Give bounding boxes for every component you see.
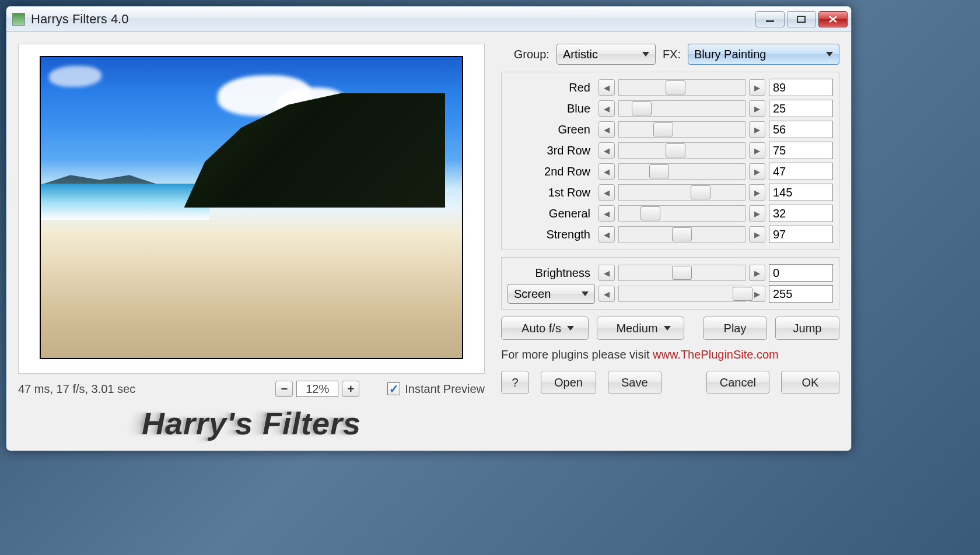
status-row: 47 ms, 17 f/s, 3.01 sec − 12% + ✓ Instan… bbox=[18, 381, 485, 397]
minimize-button[interactable] bbox=[755, 11, 785, 27]
preview-image[interactable] bbox=[40, 56, 463, 359]
param-slider[interactable] bbox=[618, 121, 746, 138]
param-label: Green bbox=[508, 123, 595, 136]
slider-left-button[interactable]: ◂ bbox=[598, 265, 615, 281]
slider-thumb[interactable] bbox=[733, 287, 752, 301]
brightness-slider[interactable] bbox=[618, 265, 746, 281]
param-row: Strength◂▸97 bbox=[508, 224, 833, 245]
zoom-in-button[interactable]: + bbox=[342, 381, 359, 397]
param-value[interactable]: 56 bbox=[769, 121, 833, 138]
maximize-button[interactable] bbox=[787, 11, 816, 27]
blend-mode-dropdown[interactable]: Screen bbox=[508, 284, 595, 304]
group-dropdown[interactable]: Artistic bbox=[556, 44, 656, 65]
slider-right-button[interactable]: ▸ bbox=[749, 226, 765, 243]
slider-thumb[interactable] bbox=[672, 266, 692, 280]
client-area: 47 ms, 17 f/s, 3.01 sec − 12% + ✓ Instan… bbox=[6, 32, 851, 451]
slider-right-button[interactable]: ▸ bbox=[749, 121, 765, 138]
close-icon bbox=[828, 15, 838, 23]
slider-left-button[interactable]: ◂ bbox=[598, 121, 615, 138]
param-slider[interactable] bbox=[618, 205, 746, 222]
param-label: Blue bbox=[508, 102, 595, 115]
cancel-button[interactable]: Cancel bbox=[706, 371, 769, 394]
blend-row: Screen ◂ ▸ 255 bbox=[508, 283, 833, 304]
ok-button[interactable]: OK bbox=[781, 371, 839, 394]
param-slider[interactable] bbox=[618, 226, 746, 243]
help-button[interactable]: ? bbox=[501, 371, 529, 394]
slider-left-button[interactable]: ◂ bbox=[598, 205, 615, 222]
footer-buttons: ? Open Save Cancel OK bbox=[501, 371, 839, 394]
parameters-group: Red◂▸89Blue◂▸25Green◂▸563rd Row◂▸752nd R… bbox=[501, 72, 839, 250]
slider-left-button[interactable]: ◂ bbox=[598, 100, 615, 117]
param-slider[interactable] bbox=[618, 142, 746, 159]
fx-value: Blury Painting bbox=[694, 48, 766, 61]
param-slider[interactable] bbox=[618, 100, 746, 117]
save-button[interactable]: Save bbox=[608, 371, 662, 394]
brightness-label: Brightness bbox=[508, 266, 595, 280]
zoom-value[interactable]: 12% bbox=[296, 381, 338, 397]
play-button[interactable]: Play bbox=[703, 317, 767, 340]
slider-thumb[interactable] bbox=[632, 101, 652, 115]
param-row: General◂▸32 bbox=[508, 203, 833, 224]
slider-right-button[interactable]: ▸ bbox=[749, 100, 765, 117]
param-value[interactable]: 145 bbox=[769, 184, 833, 201]
slider-left-button[interactable]: ◂ bbox=[598, 79, 615, 96]
checkbox-icon: ✓ bbox=[387, 382, 400, 395]
param-slider[interactable] bbox=[618, 163, 746, 180]
brightness-value[interactable]: 0 bbox=[769, 264, 833, 282]
slider-thumb[interactable] bbox=[649, 164, 669, 178]
param-label: 3rd Row bbox=[508, 144, 595, 157]
param-value[interactable]: 25 bbox=[769, 100, 833, 117]
plugins-text: For more plugins please visit bbox=[501, 348, 653, 361]
slider-left-button[interactable]: ◂ bbox=[598, 163, 615, 180]
plugins-link[interactable]: www.ThePluginSite.com bbox=[653, 348, 779, 361]
slider-left-button[interactable]: ◂ bbox=[598, 184, 615, 201]
slider-right-button[interactable]: ▸ bbox=[749, 184, 765, 201]
param-slider[interactable] bbox=[618, 184, 746, 201]
zoom-out-button[interactable]: − bbox=[275, 381, 293, 397]
instant-preview-label: Instant Preview bbox=[405, 382, 485, 396]
animation-row: Auto f/s Medium Play Jump bbox=[501, 317, 839, 340]
instant-preview-checkbox[interactable]: ✓ Instant Preview bbox=[387, 382, 485, 396]
slider-thumb[interactable] bbox=[640, 206, 660, 220]
chevron-down-icon bbox=[826, 52, 833, 57]
fx-label: FX: bbox=[663, 48, 681, 61]
close-button[interactable] bbox=[818, 11, 848, 27]
slider-right-button[interactable]: ▸ bbox=[749, 79, 765, 96]
blend-slider[interactable] bbox=[618, 286, 746, 302]
window-title: Harrys Filters 4.0 bbox=[31, 12, 755, 27]
chevron-down-icon bbox=[582, 291, 589, 296]
window-controls bbox=[755, 11, 848, 27]
chevron-down-icon bbox=[664, 326, 671, 331]
slider-right-button[interactable]: ▸ bbox=[749, 163, 765, 180]
param-value[interactable]: 97 bbox=[769, 226, 833, 243]
slider-right-button[interactable]: ▸ bbox=[749, 205, 765, 222]
slider-thumb[interactable] bbox=[666, 80, 685, 94]
titlebar[interactable]: Harrys Filters 4.0 bbox=[6, 6, 851, 32]
filter-select-row: Group: Artistic FX: Blury Painting bbox=[501, 44, 839, 65]
blend-value[interactable]: 255 bbox=[769, 285, 833, 303]
slider-thumb[interactable] bbox=[653, 122, 673, 136]
slider-thumb[interactable] bbox=[672, 227, 692, 241]
slider-thumb[interactable] bbox=[691, 185, 710, 199]
param-value[interactable]: 89 bbox=[769, 79, 833, 96]
slider-left-button[interactable]: ◂ bbox=[598, 226, 615, 243]
speed-dropdown[interactable]: Medium bbox=[597, 317, 684, 340]
blend-mode-value: Screen bbox=[514, 287, 551, 301]
auto-fps-dropdown[interactable]: Auto f/s bbox=[501, 317, 589, 340]
slider-thumb[interactable] bbox=[666, 143, 685, 157]
brightness-row: Brightness ◂ ▸ 0 bbox=[508, 262, 833, 283]
param-row: 3rd Row◂▸75 bbox=[508, 140, 833, 161]
svg-rect-1 bbox=[797, 16, 805, 22]
fx-dropdown[interactable]: Blury Painting bbox=[688, 44, 839, 65]
minimize-icon bbox=[765, 15, 775, 23]
param-value[interactable]: 75 bbox=[769, 142, 833, 159]
slider-left-button[interactable]: ◂ bbox=[598, 142, 615, 159]
param-slider[interactable] bbox=[618, 79, 746, 96]
param-value[interactable]: 32 bbox=[769, 205, 833, 222]
slider-right-button[interactable]: ▸ bbox=[749, 142, 765, 159]
jump-button[interactable]: Jump bbox=[775, 317, 839, 340]
open-button[interactable]: Open bbox=[541, 371, 596, 394]
param-value[interactable]: 47 bbox=[769, 163, 833, 180]
slider-left-button[interactable]: ◂ bbox=[598, 286, 615, 302]
slider-right-button[interactable]: ▸ bbox=[749, 265, 765, 281]
